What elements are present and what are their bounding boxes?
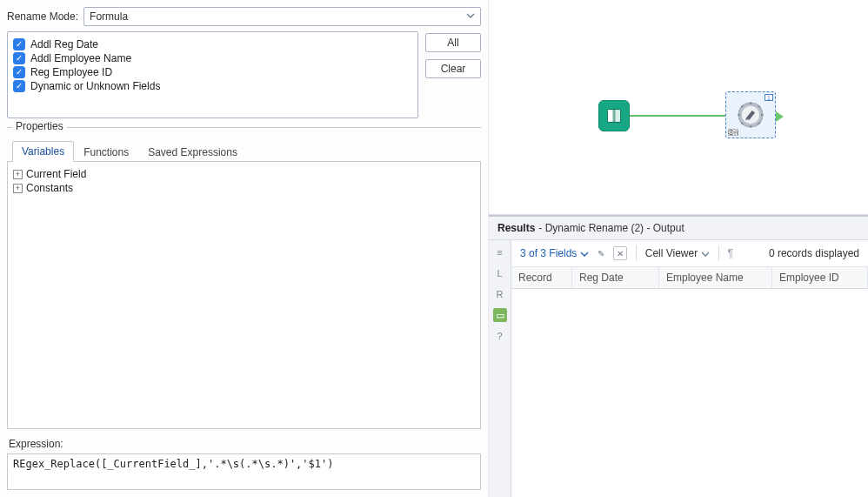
- checkbox-checked-icon[interactable]: ✓: [13, 66, 25, 78]
- column-header[interactable]: Employee ID: [772, 267, 868, 288]
- text-input-icon: [605, 107, 623, 124]
- tool-annotation-icon: ⦿R: [728, 129, 738, 136]
- field-item[interactable]: ✓ Addl Reg Date: [13, 37, 412, 51]
- expression-input[interactable]: REgex_Replace([_CurrentField_],'.*\s(.*\…: [7, 453, 481, 490]
- pilcrow-icon[interactable]: ¶: [728, 247, 733, 259]
- select-all-button[interactable]: All: [425, 33, 481, 52]
- expression-label: Expression:: [9, 438, 481, 450]
- tab-variables[interactable]: Variables: [12, 141, 74, 162]
- right-panel: 1 ⦿R Results: [489, 0, 868, 497]
- output-anchor-icon[interactable]: [776, 111, 784, 122]
- field-count-dropdown[interactable]: 3 of 3 Fields: [520, 247, 589, 259]
- results-grid-body[interactable]: [511, 289, 868, 497]
- column-header[interactable]: Reg Date: [572, 267, 659, 288]
- right-input-view-icon[interactable]: R: [493, 287, 507, 301]
- field-item[interactable]: ✓ Reg Employee ID: [13, 65, 412, 79]
- expand-icon[interactable]: +: [13, 184, 23, 193]
- results-gutter: ≡ L R ▭ ?: [489, 240, 511, 497]
- selection-badge-icon: 1: [765, 94, 773, 101]
- tree-node-label: Constants: [26, 182, 73, 194]
- results-grid-area: 3 of 3 Fields ✎ ✕ Cell Viewer ¶: [511, 240, 868, 497]
- checkbox-checked-icon[interactable]: ✓: [13, 38, 25, 50]
- left-input-view-icon[interactable]: L: [493, 266, 507, 280]
- stop-icon[interactable]: ✕: [613, 246, 627, 260]
- connection-line[interactable]: [630, 115, 727, 117]
- dynamic-rename-icon: [736, 100, 765, 130]
- records-displayed-label: 0 records displayed: [769, 247, 859, 259]
- chevron-down-icon: [466, 10, 475, 23]
- tree-node[interactable]: + Constants: [13, 181, 475, 195]
- properties-group: Properties Variables Functions Saved Exp…: [7, 127, 481, 490]
- field-item[interactable]: ✓ Addl Employee Name: [13, 51, 412, 65]
- field-buttons: All Clear: [425, 31, 481, 118]
- results-title: Results: [497, 222, 535, 234]
- help-view-icon[interactable]: ?: [493, 329, 507, 343]
- checkbox-checked-icon[interactable]: ✓: [13, 80, 25, 92]
- checkbox-checked-icon[interactable]: ✓: [13, 52, 25, 64]
- column-header[interactable]: Employee Name: [659, 267, 772, 288]
- results-grid-header: Record Reg Date Employee Name Employee I…: [511, 267, 868, 289]
- field-label: Addl Employee Name: [30, 52, 131, 64]
- results-body: ≡ L R ▭ ? 3 of 3 Fields ✎ ✕: [489, 240, 868, 497]
- field-label: Addl Reg Date: [30, 38, 98, 50]
- edit-icon[interactable]: ✎: [594, 246, 608, 260]
- tree-node-label: Current Field: [26, 168, 86, 180]
- fields-list: ✓ Addl Reg Date ✓ Addl Employee Name ✓ R…: [7, 31, 418, 118]
- app-root: Rename Mode: Formula ✓ Addl Reg Date ✓ A…: [0, 0, 868, 497]
- field-label: Dynamic or Unknown Fields: [30, 80, 160, 92]
- variables-tree: + Current Field + Constants: [7, 162, 481, 429]
- expression-text: REgex_Replace([_CurrentField_],'.*\s(.*\…: [13, 458, 333, 470]
- rename-mode-value: Formula: [90, 10, 128, 23]
- rename-mode-label: Rename Mode:: [7, 10, 78, 23]
- column-header-record[interactable]: Record: [511, 267, 572, 288]
- field-item[interactable]: ✓ Dynamic or Unknown Fields: [13, 79, 412, 93]
- results-subtitle: - Dynamic Rename (2) - Output: [538, 222, 684, 234]
- field-label: Reg Employee ID: [30, 66, 112, 78]
- cell-viewer-dropdown[interactable]: Cell Viewer: [645, 247, 710, 259]
- dynamic-rename-tool-node[interactable]: 1 ⦿R: [725, 91, 776, 138]
- separator: [718, 245, 719, 261]
- messages-view-icon[interactable]: ≡: [493, 245, 507, 259]
- expand-icon[interactable]: +: [13, 170, 23, 179]
- clear-button[interactable]: Clear: [425, 59, 481, 78]
- properties-legend: Properties: [12, 120, 67, 132]
- workflow-canvas[interactable]: 1 ⦿R: [489, 0, 868, 215]
- results-header: Results - Dynamic Rename (2) - Output: [489, 217, 868, 240]
- rename-mode-select[interactable]: Formula: [83, 7, 481, 26]
- tab-saved-expressions[interactable]: Saved Expressions: [138, 142, 247, 162]
- fields-row: ✓ Addl Reg Date ✓ Addl Employee Name ✓ R…: [7, 31, 481, 118]
- text-input-tool-node[interactable]: [598, 100, 630, 131]
- properties-tabs: Variables Functions Saved Expressions: [7, 140, 481, 162]
- results-pane: Results - Dynamic Rename (2) - Output ≡ …: [489, 215, 868, 497]
- results-toolbar: 3 of 3 Fields ✎ ✕ Cell Viewer ¶: [511, 240, 868, 267]
- separator: [636, 245, 637, 261]
- tab-functions[interactable]: Functions: [74, 142, 138, 162]
- config-panel: Rename Mode: Formula ✓ Addl Reg Date ✓ A…: [0, 0, 489, 497]
- rename-mode-row: Rename Mode: Formula: [7, 3, 481, 31]
- tree-node[interactable]: + Current Field: [13, 167, 475, 181]
- data-view-icon[interactable]: ▭: [493, 308, 507, 322]
